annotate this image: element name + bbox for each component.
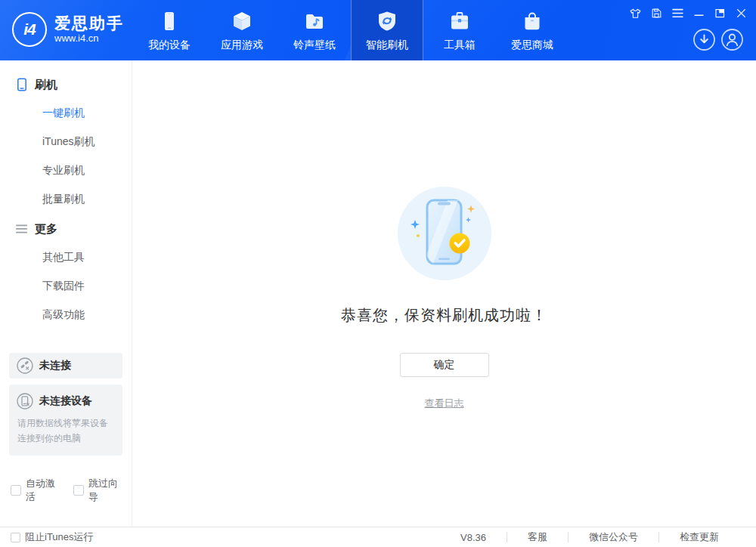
auto-activate-group: 自动激活 [11,477,60,504]
device-status-label: 未连接设备 [39,394,92,408]
menu-icon[interactable] [672,8,683,19]
status-bar: 阻止iTunes运行 V8.36 客服 微信公众号 检查更新 [0,527,756,547]
tab-store[interactable]: 爱思商城 [496,0,569,60]
tab-smart-flash[interactable]: 智能刷机 [351,0,423,60]
tab-my-devices[interactable]: 我的设备 [133,0,206,60]
block-itunes-group: 阻止iTunes运行 [0,530,94,544]
ringtone-wallpaper-icon [303,10,326,32]
check-updates-link[interactable]: 检查更新 [659,530,739,544]
close-icon[interactable] [736,8,747,19]
wechat-official-link[interactable]: 微信公众号 [569,530,658,544]
sidebar-item-batch-flash[interactable]: 批量刷机 [0,185,132,214]
sidebar-checkboxes: 自动激活 跳过向导 [9,477,122,504]
sidebar: 刷机 一键刷机 iTunes刷机 专业刷机 批量刷机 更多 其他工具 下载固件 … [0,60,132,527]
block-itunes-label[interactable]: 阻止iTunes运行 [25,530,94,544]
section-title: 刷机 [35,78,57,92]
skip-wizard-label[interactable]: 跳过向导 [88,477,122,504]
app-window: i4 爱思助手 www.i4.cn 我的设备 [0,0,756,547]
section-title: 更多 [35,222,57,236]
toolbox-icon [448,10,471,32]
block-itunes-checkbox[interactable] [11,533,20,542]
minimize-icon[interactable] [693,8,705,19]
sidebar-item-download-firmware[interactable]: 下载固件 [0,272,132,301]
connection-status-label: 未连接 [39,359,71,372]
sidebar-item-one-click-flash[interactable]: 一键刷机 [0,99,132,128]
tab-label: 应用游戏 [221,39,263,52]
tab-label: 铃声壁纸 [293,39,336,52]
tab-label: 工具箱 [444,39,476,52]
store-icon [521,10,544,32]
version-label: V8.36 [460,532,507,543]
success-illustration [398,187,491,280]
main-content: 恭喜您，保资料刷机成功啦！ 确定 查看日志 [132,60,756,527]
app-site: www.i4.cn [54,32,124,45]
logo-text: 爱思助手 www.i4.cn [54,14,124,45]
disconnected-icon [17,357,33,374]
auto-activate-checkbox[interactable] [11,485,21,496]
header: i4 爱思助手 www.i4.cn 我的设备 [0,0,756,60]
tab-toolbox[interactable]: 工具箱 [423,0,496,60]
app-logo: i4 爱思助手 www.i4.cn [12,12,124,47]
body: 刷机 一键刷机 iTunes刷机 专业刷机 批量刷机 更多 其他工具 下载固件 … [0,60,756,527]
tab-ringtones-wallpapers[interactable]: 铃声壁纸 [278,0,351,60]
more-lines-icon [16,224,28,233]
sidebar-item-pro-flash[interactable]: 专业刷机 [0,156,132,185]
sidebar-item-itunes-flash[interactable]: iTunes刷机 [0,128,132,156]
statusbar-right: V8.36 客服 微信公众号 检查更新 [460,530,756,544]
phone-outline-icon [16,78,28,91]
customer-service-link[interactable]: 客服 [507,530,568,544]
success-message: 恭喜您，保资料刷机成功啦！ [341,305,547,326]
sidebar-item-other-tools[interactable]: 其他工具 [0,243,132,272]
maximize-icon[interactable] [714,8,726,19]
sidebar-item-advanced-features[interactable]: 高级功能 [0,301,132,329]
section-more: 更多 [0,215,132,243]
auto-activate-label[interactable]: 自动激活 [26,477,60,504]
device-status-row: 未连接设备 [17,393,115,409]
account-icon[interactable] [720,28,744,51]
device-icon [158,10,181,32]
confirm-button[interactable]: 确定 [400,353,489,377]
mini-window-icon[interactable] [651,8,662,19]
window-controls [630,8,747,19]
phone-home-bar [438,258,450,261]
theme-icon[interactable] [630,8,641,19]
tab-apps-games[interactable]: 应用游戏 [206,0,278,60]
sparkle-dot [417,234,420,237]
device-disconnected-icon [17,393,33,409]
phone-notch [438,202,451,206]
connection-status-card: 未连接 [9,353,122,379]
download-manager-icon[interactable] [692,28,716,51]
main-nav: 我的设备 应用游戏 铃声壁纸 [133,0,569,60]
section-flash: 刷机 [0,70,132,99]
sidebar-bottom: 未连接 未连接设备 请用数据线将苹果设备 [0,353,132,527]
skip-wizard-checkbox[interactable] [73,485,84,496]
logo-i4-icon: i4 [12,12,47,47]
view-log-link[interactable]: 查看日志 [425,397,464,410]
quick-actions [692,28,744,51]
apps-games-icon [231,10,253,32]
tab-label: 我的设备 [148,39,191,52]
device-hint: 请用数据线将苹果设备连接到你的电脑 [17,416,115,447]
skip-wizard-group: 跳过向导 [73,477,122,504]
smart-flash-icon [376,10,398,32]
device-status-card: 未连接设备 请用数据线将苹果设备连接到你的电脑 [9,385,122,456]
tab-label: 智能刷机 [366,39,408,52]
app-title: 爱思助手 [54,14,124,32]
tab-label: 爱思商城 [511,39,553,52]
